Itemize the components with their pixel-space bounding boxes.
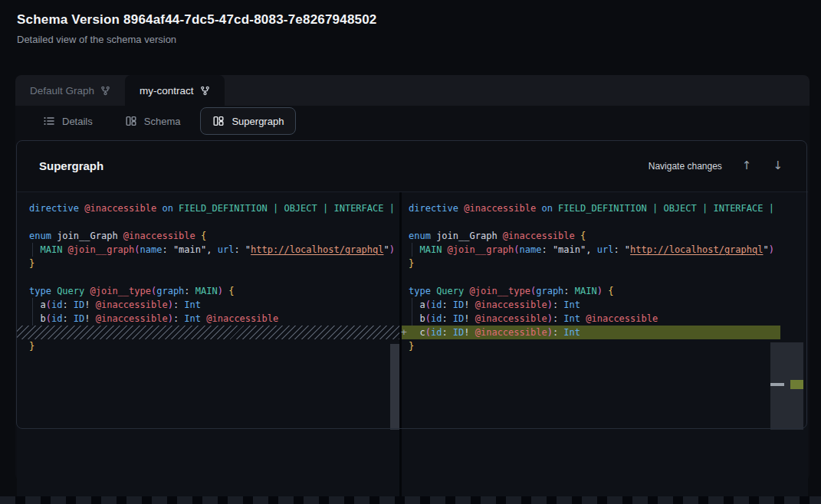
code-token: @join__type	[90, 286, 151, 296]
code-line: a(id: ID! @inaccessible): Int	[17, 298, 399, 312]
code-token: @join__graph	[448, 244, 514, 255]
code-token: @inaccessible	[464, 203, 536, 214]
code-token: directive	[29, 203, 79, 214]
diff-added-plus: +	[398, 326, 410, 339]
code-token	[268, 203, 273, 214]
code-token: @inaccessible	[206, 313, 278, 324]
code-token: :	[442, 299, 452, 310]
code-token: :	[553, 299, 563, 310]
code-token: Int	[563, 313, 580, 324]
code-token: url	[597, 244, 614, 255]
code-token: id	[431, 327, 442, 338]
code-token: type	[29, 286, 51, 296]
supergraph-panel-header: Supergraph Navigate changes ↑ ↓	[16, 140, 807, 191]
code-token: @inaccessible	[586, 313, 658, 324]
code-token: name	[520, 244, 542, 255]
navigate-changes: Navigate changes ↑ ↓	[649, 159, 784, 173]
code-token: )	[547, 299, 553, 310]
code-token: (	[134, 244, 140, 255]
code-token: FIELD_DEFINITION	[179, 203, 268, 214]
code-token: (	[425, 299, 431, 310]
code-token	[464, 286, 469, 296]
code-token	[29, 244, 40, 255]
code-line: MAIN @join__graph(name: "main", url: "ht…	[402, 243, 807, 257]
subtab-supergraph[interactable]: Supergraph	[200, 107, 296, 135]
columns-icon	[125, 115, 137, 127]
code-token	[697, 203, 702, 214]
subtab-details[interactable]: Details	[31, 107, 105, 135]
code-line: b(id: ID! @inaccessible): Int @inaccessi…	[17, 312, 399, 326]
code-token: directive	[409, 203, 458, 214]
code-line: directive @inaccessible on FIELD_DEFINIT…	[17, 201, 399, 215]
navigate-previous-button[interactable]: ↑	[741, 159, 754, 173]
code-link[interactable]: http://localhost/graphql	[630, 244, 763, 255]
tab-default-graph[interactable]: Default Graph	[15, 75, 125, 106]
code-token	[195, 231, 201, 241]
code-token: @inaccessible	[84, 203, 156, 214]
diff-pane-original: directive @inaccessible on FIELD_DEFINIT…	[17, 192, 399, 504]
code-token: !	[464, 327, 475, 338]
code-line: directive @inaccessible on FIELD_DEFINIT…	[402, 201, 807, 215]
tab-label: Default Graph	[30, 85, 94, 97]
code-token: )	[547, 327, 553, 338]
variant-tab-bar: Default Graph my-contract	[15, 75, 810, 106]
code-token: )	[547, 313, 553, 324]
code-token: id	[51, 313, 62, 324]
code-token: :	[442, 313, 452, 324]
code-token: b	[29, 313, 46, 324]
left-scrollbar[interactable]	[390, 192, 399, 504]
subtab-schema[interactable]: Schema	[113, 107, 193, 135]
code-token: OBJECT	[284, 203, 317, 214]
code-token: b	[409, 313, 425, 324]
schema-version-card: Default Graph my-contract	[15, 75, 810, 481]
code-token: FIELD_DEFINITION	[558, 203, 647, 214]
code-token: Int	[184, 299, 201, 310]
code-token: join__Graph	[431, 231, 503, 241]
panel-title: Supergraph	[39, 159, 103, 172]
schema-version-page: Schema Version 8964af44-7dc5-47cd-8083-7…	[0, 0, 821, 504]
scrollbar-thumb[interactable]	[390, 344, 399, 430]
code-token: )	[597, 286, 603, 296]
code-token: on	[162, 203, 172, 214]
code-token: c	[409, 327, 425, 338]
code-token: MAIN	[575, 286, 597, 296]
code-token: {	[201, 231, 206, 241]
code-link[interactable]: http://localhost/graphql	[251, 244, 383, 255]
code-token: :	[541, 244, 552, 255]
code-token: ID	[453, 327, 464, 338]
code-token: :	[234, 244, 245, 255]
code-token: :	[62, 299, 73, 310]
code-token: {	[228, 286, 234, 296]
page-title: Schema Version 8964af44-7dc5-47cd-8083-7…	[17, 12, 377, 28]
code-line	[17, 270, 399, 284]
branch-icon	[100, 86, 110, 96]
code-token: :	[553, 313, 563, 324]
tab-my-contract[interactable]: my-contract	[125, 75, 225, 106]
code-token: OBJECT	[663, 203, 696, 214]
code-line: a(id: ID! @inaccessible): Int	[402, 298, 807, 312]
code-token: {	[580, 231, 586, 241]
code-line: enum join__Graph @inaccessible {	[17, 229, 399, 243]
code-token: }	[29, 341, 34, 352]
code-token: ID	[74, 299, 84, 310]
code-token: "main"	[173, 244, 206, 255]
code-token: Int	[563, 327, 580, 338]
minimap[interactable]	[770, 192, 803, 504]
code-line: b(id: ID! @inaccessible): Int @inaccessi…	[402, 312, 807, 326]
diff-editor: directive @inaccessible on FIELD_DEFINIT…	[17, 191, 808, 504]
code-token: :	[173, 313, 184, 324]
navigate-next-button[interactable]: ↓	[771, 159, 784, 173]
code-token	[317, 203, 323, 214]
code-token: @inaccessible	[96, 299, 168, 310]
code-token: :	[162, 244, 172, 255]
code-token: id	[51, 299, 62, 310]
minimap-cursor-marker	[770, 383, 784, 386]
code-line: }	[402, 257, 807, 270]
subtab-label: Schema	[144, 116, 181, 127]
code-token: "	[625, 244, 630, 255]
code-line: }	[17, 339, 399, 353]
code-token: on	[541, 203, 552, 214]
code-token: :	[184, 286, 195, 296]
code-token: @inaccessible	[475, 313, 547, 324]
code-line: enum join__Graph @inaccessible {	[402, 229, 807, 243]
